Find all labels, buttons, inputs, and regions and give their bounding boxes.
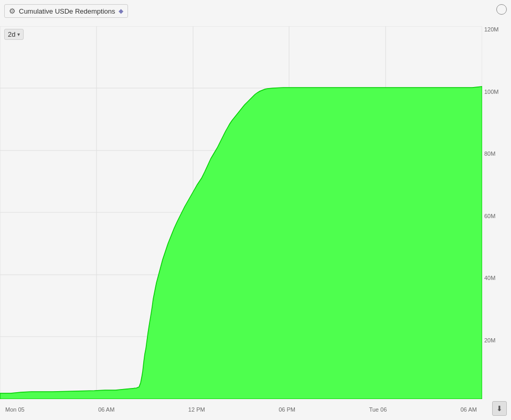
circle-button[interactable] bbox=[496, 4, 507, 15]
x-label-mon05: Mon 05 bbox=[5, 406, 25, 413]
x-label-06pm: 06 PM bbox=[279, 406, 295, 413]
timeframe-label: 2d bbox=[8, 30, 15, 38]
x-label-12pm: 12 PM bbox=[188, 406, 205, 413]
chart-header: ⚙ Cumulative USDe Redemptions ◆ bbox=[4, 4, 128, 18]
chart-area bbox=[0, 26, 482, 399]
x-label-tue06: Tue 06 bbox=[369, 406, 387, 413]
x-label-06am-2: 06 AM bbox=[461, 406, 477, 413]
download-button[interactable]: ⬇ bbox=[492, 401, 507, 416]
x-label-06am: 06 AM bbox=[98, 406, 114, 413]
x-axis: Mon 05 06 AM 12 PM 06 PM Tue 06 06 AM bbox=[0, 399, 482, 420]
y-label-60m: 60M bbox=[484, 213, 509, 219]
chart-title: Cumulative USDe Redemptions bbox=[19, 7, 115, 15]
chart-svg bbox=[0, 26, 482, 399]
chevron-down-icon: ▾ bbox=[17, 31, 20, 37]
y-label-100m: 100M bbox=[484, 89, 509, 95]
y-label-20m: 20M bbox=[484, 337, 509, 343]
download-icon: ⬇ bbox=[496, 404, 503, 413]
eth-icon: ◆ bbox=[119, 7, 123, 15]
y-axis: 120M 100M 80M 60M 40M 20M bbox=[482, 26, 511, 399]
y-label-40m: 40M bbox=[484, 275, 509, 281]
y-label-80m: 80M bbox=[484, 150, 509, 157]
chart-container: ⚙ Cumulative USDe Redemptions ◆ 2d ▾ bbox=[0, 0, 511, 420]
gear-icon: ⚙ bbox=[9, 7, 16, 15]
timeframe-selector[interactable]: 2d ▾ bbox=[4, 29, 24, 40]
chart-area-fill bbox=[0, 87, 482, 399]
y-label-120m: 120M bbox=[484, 26, 509, 33]
